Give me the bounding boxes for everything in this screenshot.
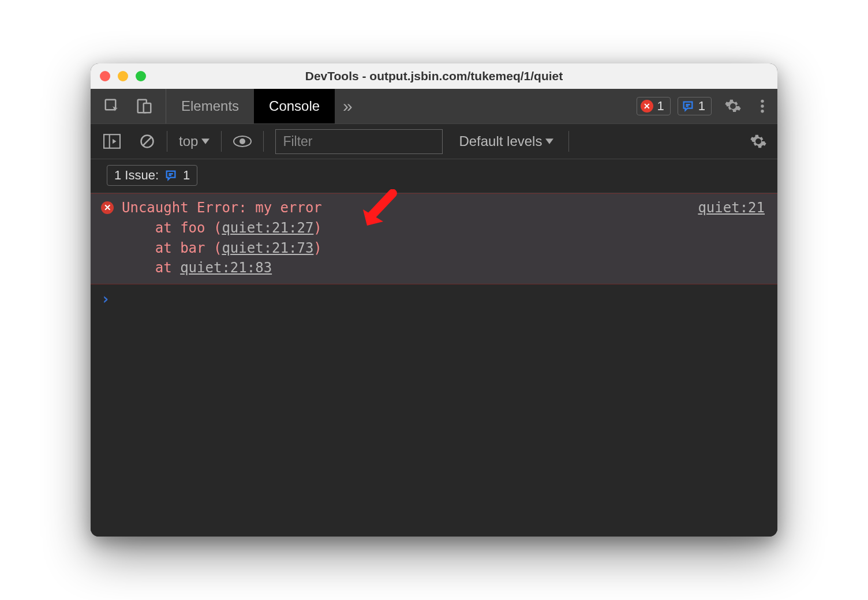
error-count: 1 — [657, 99, 664, 114]
issues-row: 1 Issue: 1 — [91, 159, 777, 193]
stack-trace: at foo (quiet:21:27) at bar (quiet:21:73… — [101, 218, 765, 278]
stack-link[interactable]: quiet:21:73 — [222, 240, 313, 256]
toggle-sidebar-icon[interactable] — [103, 134, 121, 149]
tab-elements[interactable]: Elements — [166, 89, 254, 123]
console-prompt[interactable]: › — [91, 284, 777, 313]
svg-rect-6 — [104, 134, 120, 148]
dropdown-triangle-icon — [201, 138, 209, 144]
devtools-window: DevTools - output.jsbin.com/tukemeq/1/qu… — [91, 63, 777, 537]
error-count-badge[interactable]: ✕ 1 — [637, 97, 671, 115]
console-error-entry: ✕ Uncaught Error: my error quiet:21 at f… — [91, 193, 777, 284]
issue-icon — [164, 169, 177, 182]
titlebar: DevTools - output.jsbin.com/tukemeq/1/qu… — [91, 63, 777, 89]
issue-count: 1 — [698, 99, 705, 114]
stack-frame: at foo (quiet:21:27) — [122, 218, 765, 238]
error-icon: ✕ — [641, 100, 653, 112]
error-icon: ✕ — [101, 201, 114, 214]
stack-link[interactable]: quiet:21:83 — [180, 260, 272, 276]
inspect-element-icon[interactable] — [103, 97, 121, 115]
status-badges: ✕ 1 1 — [637, 89, 716, 123]
svg-point-3 — [761, 100, 764, 103]
window-title: DevTools - output.jsbin.com/tukemeq/1/qu… — [91, 69, 777, 83]
svg-point-4 — [761, 104, 764, 107]
error-source-link[interactable]: quiet:21 — [698, 198, 765, 218]
stack-link[interactable]: quiet:21:27 — [222, 220, 313, 236]
devtools-tabbar: Elements Console » ✕ 1 1 — [91, 89, 777, 123]
issue-icon — [682, 100, 694, 112]
clear-console-icon[interactable] — [139, 133, 155, 149]
console-settings-button[interactable] — [747, 133, 769, 150]
more-options-button[interactable] — [751, 89, 777, 123]
svg-point-5 — [761, 110, 764, 112]
stack-frame: at quiet:21:83 — [122, 258, 765, 278]
live-expression-icon[interactable] — [233, 135, 252, 148]
log-levels-label: Default levels — [459, 133, 542, 149]
stack-suffix: ) — [313, 220, 321, 236]
svg-rect-2 — [144, 103, 151, 112]
settings-button[interactable] — [715, 89, 751, 123]
svg-point-11 — [240, 138, 245, 144]
tab-console-label: Console — [269, 98, 320, 114]
filter-input[interactable] — [275, 129, 443, 154]
stack-prefix: at foo ( — [122, 220, 222, 236]
traffic-lights — [100, 71, 146, 81]
svg-line-9 — [143, 137, 151, 145]
stack-prefix: at — [122, 260, 180, 276]
device-toolbar-icon[interactable] — [136, 97, 153, 115]
issues-count: 1 — [183, 168, 190, 183]
console-toolbar: top Default levels — [91, 123, 777, 159]
error-message: Uncaught Error: my error — [122, 198, 322, 218]
dropdown-triangle-icon — [545, 138, 553, 144]
stack-suffix: ) — [313, 240, 321, 256]
close-window-button[interactable] — [100, 71, 110, 81]
context-label: top — [179, 133, 198, 149]
console-body[interactable] — [91, 313, 777, 537]
log-levels-selector[interactable]: Default levels — [459, 133, 553, 149]
minimize-window-button[interactable] — [118, 71, 128, 81]
tab-elements-label: Elements — [181, 98, 239, 114]
context-selector[interactable]: top — [179, 133, 209, 149]
stack-prefix: at bar ( — [122, 240, 222, 256]
tab-console[interactable]: Console — [254, 89, 335, 123]
tabs-overflow-button[interactable]: » — [335, 89, 361, 123]
prompt-chevron-icon: › — [101, 290, 110, 308]
chevron-right-double-icon: » — [343, 96, 353, 116]
issues-label: 1 Issue: — [114, 168, 159, 183]
stack-frame: at bar (quiet:21:73) — [122, 238, 765, 258]
issue-count-badge[interactable]: 1 — [678, 97, 712, 115]
issues-pill[interactable]: 1 Issue: 1 — [107, 165, 197, 186]
zoom-window-button[interactable] — [136, 71, 146, 81]
